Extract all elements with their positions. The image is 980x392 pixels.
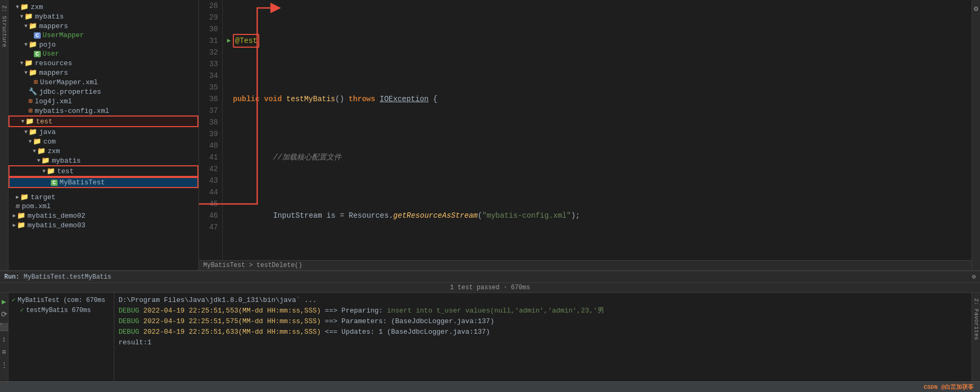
arrow-icon: ▼: [42, 168, 46, 174]
tree-item-usermapper-xml[interactable]: ⊞ UserMapper.xml: [8, 77, 198, 87]
sort-button[interactable]: ↕: [0, 335, 8, 344]
file-tree: ▼ 📁 zxm ▼ 📁 mybatis ▼ 📁 mappers C UserMa…: [8, 0, 199, 270]
tree-label: java: [39, 128, 56, 136]
tree-item-jdbc-prop[interactable]: 🔧 jdbc.properties: [8, 87, 198, 96]
folder-icon: 📁: [41, 156, 50, 165]
prop-icon: 🔧: [29, 87, 37, 96]
tree-label: com: [43, 138, 56, 146]
folder-icon: 📁: [17, 211, 25, 220]
tree-item-mybatis-config[interactable]: ⊞ mybatis-config.xml: [8, 106, 198, 115]
tree-label: test: [36, 118, 52, 126]
tree-item-mybatis[interactable]: ▼ 📁 mybatis: [8, 12, 198, 21]
structure-tab-label: Z: Structure: [1, 5, 7, 47]
folder-icon: 📁: [20, 3, 29, 11]
tree-item-demo03[interactable]: ▶ 📁 mybatis_demo03: [8, 220, 198, 230]
tree-item-resources[interactable]: ▼ 📁 resources: [8, 58, 198, 68]
tree-item-pojo[interactable]: ▼ 📁 pojo: [8, 40, 198, 49]
right-sidebar: ⚙: [972, 0, 980, 270]
tree-item-user[interactable]: C User: [8, 49, 198, 58]
stop-button[interactable]: ⬛: [0, 323, 8, 331]
code-line-31: InputStream is = Resources . getResource…: [227, 210, 967, 221]
run-gutter-icon[interactable]: ▶: [227, 35, 231, 47]
tree-item-demo02[interactable]: ▶ 📁 mybatis_demo02: [8, 211, 198, 220]
folder-icon: 📁: [37, 147, 46, 155]
test-status: 1 test passed · 670ms: [450, 284, 530, 291]
code-editor: 28 29 30 31 32 33 34 35 36 37 38 39 40 4…: [199, 0, 972, 270]
tree-item-pom[interactable]: m pom.xml: [8, 202, 198, 211]
tree-item-java[interactable]: ▼ 📁 java: [8, 127, 198, 137]
tree-label: jdbc.properties: [39, 88, 101, 96]
tree-label: mybatis-config.xml: [35, 107, 109, 115]
code-content: 28 29 30 31 32 33 34 35 36 37 38 39 40 4…: [199, 0, 972, 260]
arrow-icon: ▼: [24, 129, 28, 135]
arrow-icon: ▼: [37, 158, 40, 164]
play-button[interactable]: ▶: [0, 297, 8, 306]
run-tree-testmybatis[interactable]: ✓ testMyBatis 670ms: [8, 305, 114, 315]
test-passed-bar: 1 test passed · 670ms: [0, 283, 980, 293]
tree-label: zxm: [31, 3, 43, 11]
tree-label: zxm: [48, 147, 60, 155]
folder-icon: 📁: [29, 128, 37, 136]
output-line-1: D:\Program Files\Java\jdk1.8.0_131\bin\j…: [119, 295, 967, 306]
tree-item-com[interactable]: ▼ 📁 com: [8, 137, 198, 146]
folder-icon: 📁: [33, 137, 41, 146]
output-line-4: DEBUG 2022-04-19 22:25:51,633(MM-dd HH:m…: [119, 327, 967, 337]
arrow-icon: ▼: [24, 42, 28, 48]
tree-label: mybatis: [52, 157, 81, 165]
run-content: ▶ ⟳ ⬛ ↕ ≡ ⋮ ✓ MyBatisTest (com: 670ms ✓ …: [0, 293, 980, 381]
tree-item-zxm[interactable]: ▼ 📁 zxm: [8, 2, 198, 12]
tree-label: mappers: [39, 22, 68, 30]
run-tab-label[interactable]: Run:: [4, 273, 20, 281]
arrow-icon: ▼: [20, 14, 23, 20]
run-panel: Run: MyBatisTest.testMyBatis ⚙ 1 test pa…: [0, 270, 980, 381]
pass-icon: ✓: [12, 296, 15, 304]
main-area: Z: Structure ▼ 📁 zxm ▼ 📁 mybatis ▼ 📁 map…: [0, 0, 980, 270]
settings-button[interactable]: ⚙: [972, 273, 976, 281]
run-tree-mybatistest[interactable]: ✓ MyBatisTest (com: 670ms: [8, 295, 114, 305]
settings-icon[interactable]: ⚙: [974, 4, 978, 13]
pass-icon: ✓: [20, 306, 24, 314]
run-tab-name: MyBatisTest.testMyBatis: [24, 273, 112, 281]
code-line-30: //加载核心配置文件: [227, 152, 967, 163]
tree-item-usermapper[interactable]: C UserMapper: [8, 31, 198, 40]
tree-label: MyBatisTest: [60, 179, 105, 186]
xml-icon: ⊞: [29, 97, 33, 105]
breadcrumb-text: MyBatisTest > testDelete(): [203, 262, 302, 269]
tree-item-log4j[interactable]: ⊞ log4j.xml: [8, 96, 198, 106]
run-output: D:\Program Files\Java\jdk1.8.0_131\bin\j…: [114, 293, 972, 381]
arrow-icon: ▼: [20, 60, 23, 66]
tree-label: mybatis_demo02: [28, 212, 85, 220]
annotation-box: @Test: [233, 34, 259, 48]
tree-item-mybatistest[interactable]: C MyBatisTest: [8, 177, 198, 188]
tree-item-zxm2[interactable]: ▼ 📁 zxm: [8, 146, 198, 156]
tree-item-mappers2[interactable]: ▼ 📁 mappers: [8, 68, 198, 77]
tree-label: pojo: [39, 41, 56, 49]
filter-button[interactable]: ≡: [0, 348, 8, 357]
favorites-tab[interactable]: 2: Favorites: [972, 293, 980, 381]
tree-label: log4j.xml: [35, 97, 72, 105]
rerun-button[interactable]: ⟳: [0, 310, 8, 318]
tree-item-mappers[interactable]: ▼ 📁 mappers: [8, 21, 198, 31]
run-left-icons: ▶ ⟳ ⬛ ↕ ≡ ⋮: [0, 293, 8, 381]
status-bar: CSDN @白芷加茯苓: [0, 381, 980, 392]
code-line-29: ▶ public void testMyBatis () throws IOEx…: [227, 93, 967, 105]
java-icon: C: [34, 32, 41, 39]
arrow-icon: ▼: [16, 4, 19, 10]
arrow-icon: ▶: [13, 222, 16, 228]
structure-tab[interactable]: Z: Structure: [0, 0, 8, 270]
tree-item-mybatis2[interactable]: ▼ 📁 mybatis: [8, 156, 198, 165]
tree-item-test2[interactable]: ▼ 📁 test: [8, 165, 198, 177]
output-line-3: DEBUG 2022-04-19 22:25:51,575(MM-dd HH:m…: [119, 316, 967, 327]
tree-item-target[interactable]: ▶ 📁 target: [8, 192, 198, 202]
more-button[interactable]: ⋮: [0, 361, 8, 369]
folder-icon: 📁: [25, 117, 34, 126]
tree-label: mybatis_demo03: [28, 221, 85, 229]
output-line-2: DEBUG 2022-04-19 22:25:51,553(MM-dd HH:m…: [119, 306, 967, 316]
tree-label: pom.xml: [22, 202, 51, 210]
maven-icon: m: [16, 203, 20, 210]
folder-icon: 📁: [47, 167, 55, 175]
tree-item-test[interactable]: ▼ 📁 test: [8, 115, 198, 127]
code-line-28: ▶ @Test: [227, 35, 967, 47]
arrow-icon: ▼: [33, 148, 36, 154]
code-lines: ▶ @Test ▶ public void testMyBatis () thr…: [223, 0, 972, 260]
